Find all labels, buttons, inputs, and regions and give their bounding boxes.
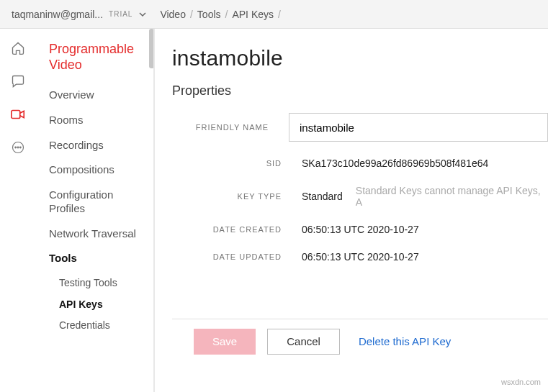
sidebar-item-overview[interactable]: Overview	[49, 88, 146, 102]
sidebar-item-testing-tools[interactable]: Testing Tools	[49, 277, 146, 290]
trial-badge: TRIAL	[109, 10, 132, 18]
label-friendly-name: FRIENDLY NAME	[172, 123, 289, 132]
sidebar-item-network-traversal[interactable]: Network Traversal	[49, 227, 146, 241]
action-bar: Save Cancel Delete this API Key	[172, 319, 548, 363]
sidebar-item-configuration-profiles[interactable]: Configuration Profiles	[49, 188, 146, 216]
value-date-updated: 06:50:13 UTC 2020-10-27	[302, 251, 548, 263]
breadcrumb-separator: /	[190, 9, 193, 20]
sidebar: Programmable Video Overview Rooms Record…	[36, 29, 155, 392]
video-icon[interactable]	[10, 106, 26, 122]
save-button[interactable]: Save	[194, 329, 256, 355]
hint-key-type: Standard Keys cannot manage API Keys, A	[356, 185, 548, 208]
svg-point-2	[15, 147, 17, 148]
watermark: wsxdn.com	[501, 378, 541, 386]
breadcrumb-item[interactable]: API Keys	[232, 9, 274, 20]
sidebar-heading: Programmable Video	[49, 42, 146, 73]
label-date-updated: DATE UPDATED	[172, 252, 302, 261]
breadcrumb-separator: /	[225, 9, 228, 20]
breadcrumb-separator: /	[278, 9, 281, 20]
sidebar-heading-line2: Video	[49, 58, 82, 72]
sidebar-item-compositions[interactable]: Compositions	[49, 163, 146, 177]
chat-icon[interactable]	[10, 73, 26, 89]
label-sid: SID	[172, 159, 302, 168]
friendly-name-input[interactable]	[289, 113, 548, 142]
page-title: instamobile	[172, 46, 548, 70]
value-key-type: Standard	[302, 191, 343, 202]
value-sid: SKa173c10de99a26fd86969b508f481e64	[302, 158, 548, 169]
sidebar-heading-line1: Programmable	[49, 42, 134, 56]
breadcrumb-item[interactable]: Video	[160, 9, 186, 20]
svg-point-4	[20, 147, 22, 148]
breadcrumb: Video / Tools / API Keys /	[160, 9, 281, 20]
scrollbar-thumb[interactable]	[149, 29, 154, 68]
main-content: instamobile Properties FRIENDLY NAME SID…	[155, 29, 548, 392]
sidebar-item-recordings[interactable]: Recordings	[49, 139, 146, 152]
more-icon[interactable]	[10, 140, 26, 155]
label-date-created: DATE CREATED	[172, 225, 302, 234]
svg-point-3	[17, 147, 19, 148]
home-icon[interactable]	[10, 40, 26, 56]
navigation-rail	[0, 29, 36, 392]
sidebar-item-tools[interactable]: Tools	[49, 252, 146, 265]
breadcrumb-item[interactable]: Tools	[197, 9, 221, 20]
sidebar-item-rooms[interactable]: Rooms	[49, 114, 146, 127]
cancel-button[interactable]: Cancel	[267, 329, 340, 355]
delete-api-key-link[interactable]: Delete this API Key	[359, 335, 451, 347]
sidebar-item-api-keys[interactable]: API Keys	[49, 298, 146, 311]
label-key-type: KEY TYPE	[172, 192, 302, 201]
chevron-down-icon	[138, 10, 147, 19]
topbar: taqmaninw@gmail... TRIAL Video / Tools /…	[0, 0, 548, 29]
svg-rect-0	[12, 111, 20, 119]
value-date-created: 06:50:13 UTC 2020-10-27	[302, 224, 548, 235]
sidebar-item-credentials[interactable]: Credentials	[49, 319, 146, 332]
account-email: taqmaninw@gmail...	[12, 9, 103, 20]
account-switcher[interactable]: taqmaninw@gmail... TRIAL	[12, 9, 147, 20]
section-heading-properties: Properties	[172, 83, 548, 99]
